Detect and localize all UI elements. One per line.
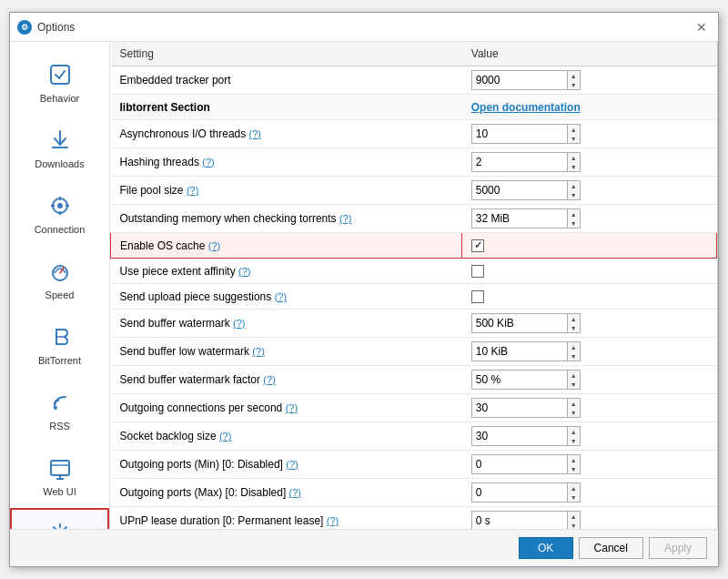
sidebar-item-behavior[interactable]: Behavior [10, 49, 109, 115]
sidebar-item-speed[interactable]: Speed [10, 246, 109, 311]
sidebar-item-bittorrent[interactable]: BitTorrent [10, 311, 109, 377]
help-link[interactable]: (?) [219, 431, 231, 442]
spinbox-input[interactable] [472, 125, 567, 143]
setting-cell: UPnP lease duration [0: Permanent lease]… [111, 507, 462, 530]
value-cell: ▲ ▼ [462, 507, 717, 530]
help-link[interactable]: (?) [263, 374, 275, 385]
spinbox-up[interactable]: ▲ [568, 125, 580, 134]
table-row: Embedded tracker port ▲ ▼ [111, 66, 717, 95]
cancel-button[interactable]: Cancel [579, 537, 643, 559]
spinbox-input[interactable] [472, 209, 567, 228]
table-row: Enable OS cache (?) [111, 233, 717, 259]
spinbox-down[interactable]: ▼ [568, 351, 580, 361]
spinbox-up[interactable]: ▲ [568, 209, 580, 218]
checkbox-input[interactable] [471, 290, 484, 303]
spinbox-arrows: ▲ ▼ [567, 125, 580, 143]
spinbox-up[interactable]: ▲ [568, 342, 580, 351]
sidebar-item-connection[interactable]: Connection [10, 180, 109, 246]
window-title: Options [37, 21, 75, 34]
value-cell: ▲ ▼ [462, 177, 717, 205]
downloads-icon [46, 126, 75, 155]
sidebar-item-advanced[interactable]: Advanced [10, 508, 109, 529]
spinbox-up[interactable]: ▲ [568, 153, 580, 162]
col-value-header: Value [462, 42, 717, 66]
spinbox-arrows: ▲ ▼ [567, 181, 580, 199]
spinbox-down[interactable]: ▼ [568, 80, 580, 89]
sidebar-item-downloads[interactable]: Downloads [10, 115, 109, 180]
spinbox-down[interactable]: ▼ [568, 162, 580, 171]
spinbox-down[interactable]: ▼ [568, 436, 580, 445]
close-button[interactable]: ✕ [693, 18, 711, 36]
spinbox-input[interactable] [472, 71, 567, 89]
spinbox-down[interactable]: ▼ [568, 134, 580, 143]
spinbox-input[interactable] [472, 427, 567, 445]
value-cell: ▲ ▼ [462, 338, 717, 366]
spinbox-input[interactable] [472, 512, 567, 529]
settings-table-area[interactable]: Setting Value Embedded tracker port ▲ ▼ … [110, 42, 718, 529]
spinbox-down[interactable]: ▼ [568, 323, 580, 332]
spinbox-up[interactable]: ▲ [568, 399, 580, 408]
value-cell: ▲ ▼ [462, 479, 717, 507]
spinbox: ▲ ▼ [471, 426, 581, 446]
spinbox-up[interactable]: ▲ [568, 314, 580, 323]
spinbox-input[interactable] [472, 181, 567, 199]
sidebar-item-rss[interactable]: RSS [10, 377, 109, 442]
help-link[interactable]: (?) [238, 266, 250, 277]
spinbox-arrows: ▲ ▼ [567, 483, 580, 502]
checkbox-input[interactable] [471, 239, 484, 252]
table-row: Socket backlog size (?) ▲ ▼ [111, 422, 717, 451]
spinbox-input[interactable] [472, 314, 567, 332]
table-row: Send upload piece suggestions (?) [111, 284, 717, 310]
spinbox-input[interactable] [472, 399, 567, 417]
help-link[interactable]: (?) [339, 213, 351, 224]
spinbox-input[interactable] [472, 371, 567, 389]
help-link[interactable]: (?) [286, 402, 298, 413]
checkbox-input[interactable] [471, 265, 484, 278]
spinbox-arrows: ▲ ▼ [567, 71, 580, 89]
spinbox-down[interactable]: ▼ [568, 493, 580, 502]
help-link[interactable]: (?) [249, 128, 261, 139]
spinbox-up[interactable]: ▲ [568, 512, 580, 521]
spinbox-input[interactable] [472, 342, 567, 361]
apply-button[interactable]: Apply [649, 537, 707, 559]
value-cell: ▲ ▼ [462, 148, 717, 177]
help-link[interactable]: (?) [208, 240, 220, 251]
spinbox-up[interactable]: ▲ [568, 71, 580, 80]
spinbox-arrows: ▲ ▼ [567, 512, 580, 529]
spinbox-arrows: ▲ ▼ [567, 209, 580, 228]
help-link[interactable]: (?) [252, 346, 264, 357]
spinbox-up[interactable]: ▲ [568, 371, 580, 380]
help-link[interactable]: (?) [233, 318, 245, 329]
help-link[interactable]: (?) [289, 487, 301, 498]
spinbox-input[interactable] [472, 455, 567, 473]
spinbox-up[interactable]: ▲ [568, 483, 580, 493]
connection-label: Connection [35, 224, 86, 235]
help-link[interactable]: (?) [327, 515, 339, 526]
spinbox-down[interactable]: ▼ [568, 190, 580, 199]
setting-cell: Asynchronous I/O threads (?) [111, 120, 462, 148]
spinbox-down[interactable]: ▼ [568, 380, 580, 389]
spinbox-down[interactable]: ▼ [568, 464, 580, 473]
setting-cell: Outgoing connections per second (?) [111, 394, 462, 422]
help-link[interactable]: (?) [286, 459, 298, 470]
ok-button[interactable]: OK [519, 537, 573, 559]
help-link[interactable]: (?) [187, 185, 198, 196]
spinbox-input[interactable] [472, 153, 567, 171]
spinbox-up[interactable]: ▲ [568, 427, 580, 436]
help-link[interactable]: (?) [202, 157, 214, 168]
spinbox: ▲ ▼ [471, 370, 581, 390]
setting-cell: Enable OS cache (?) [111, 233, 462, 259]
spinbox-input[interactable] [472, 483, 567, 502]
svg-rect-0 [51, 66, 69, 84]
title-bar: ⚙ Options ✕ [10, 13, 718, 42]
sidebar-item-webui[interactable]: Web UI [10, 442, 109, 508]
spinbox: ▲ ▼ [471, 152, 581, 172]
spinbox-down[interactable]: ▼ [568, 521, 580, 529]
spinbox-down[interactable]: ▼ [568, 218, 580, 228]
spinbox-up[interactable]: ▲ [568, 455, 580, 464]
spinbox-up[interactable]: ▲ [568, 181, 580, 190]
spinbox-down[interactable]: ▼ [568, 408, 580, 417]
table-row: Send buffer watermark factor (?) ▲ ▼ [111, 366, 717, 394]
section-link-cell[interactable]: Open documentation [462, 95, 717, 120]
help-link[interactable]: (?) [275, 291, 287, 302]
